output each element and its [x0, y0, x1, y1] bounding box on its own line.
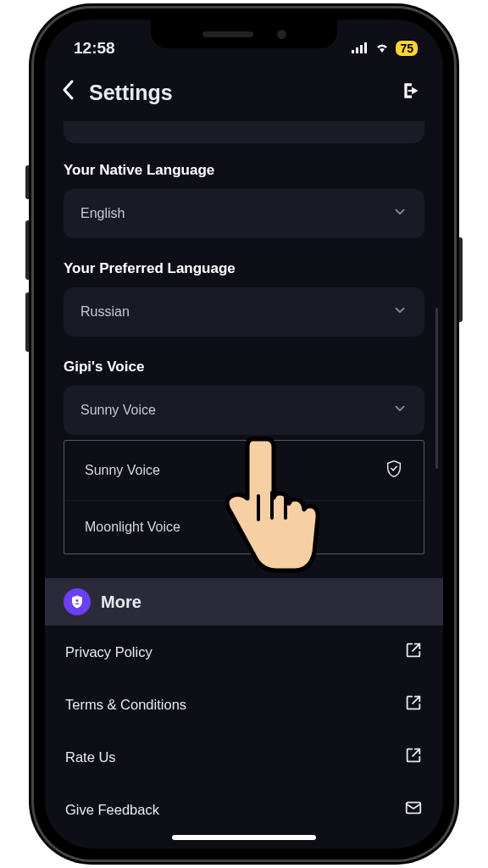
voice-label: Gipi's Voice [64, 359, 424, 376]
external-link-icon [404, 693, 423, 715]
native-language-value: English [80, 206, 125, 221]
svg-rect-2 [360, 45, 363, 53]
battery-indicator: 75 [396, 41, 418, 56]
status-time: 12:58 [74, 39, 115, 58]
chevron-down-icon [392, 204, 408, 223]
external-link-icon [404, 746, 423, 768]
signal-icon [352, 39, 369, 58]
native-language-label: Your Native Language [64, 162, 424, 179]
preferred-language-select[interactable]: Russian [64, 287, 424, 337]
exit-button[interactable] [401, 80, 423, 105]
pointer-hand-overlay [206, 426, 324, 599]
feedback-row[interactable]: Give Feedback [64, 783, 424, 836]
privacy-policy-row[interactable]: Privacy Policy [64, 626, 424, 678]
external-link-icon [404, 641, 423, 663]
chevron-down-icon [392, 401, 408, 420]
shield-icon [64, 588, 91, 615]
phone-frame: 12:58 75 Settings Your Native La [34, 8, 454, 860]
page-title: Settings [89, 81, 385, 105]
chevron-down-icon [392, 303, 408, 321]
rate-us-row[interactable]: Rate Us [64, 731, 424, 783]
voice-option-label: Moonlight Voice [85, 520, 180, 535]
svg-rect-3 [364, 42, 367, 53]
row-label: Terms & Conditions [65, 697, 186, 713]
svg-point-4 [76, 599, 79, 602]
more-label: More [101, 593, 141, 612]
row-label: Rate Us [65, 749, 116, 765]
native-language-select[interactable]: English [64, 189, 424, 238]
row-label: Privacy Policy [65, 644, 152, 660]
preferred-language-value: Russian [80, 304, 130, 320]
voice-value: Sunny Voice [80, 403, 156, 418]
home-indicator[interactable] [172, 835, 316, 840]
preferred-language-label: Your Preferred Language [64, 260, 424, 277]
wifi-icon [374, 39, 391, 58]
terms-row[interactable]: Terms & Conditions [64, 678, 424, 731]
back-button[interactable] [62, 79, 74, 106]
scrollbar[interactable] [435, 308, 438, 469]
mail-icon [404, 798, 423, 821]
previous-field-bottom[interactable] [64, 121, 424, 143]
svg-rect-1 [356, 47, 358, 53]
voice-option-label: Sunny Voice [85, 463, 160, 478]
header-bar: Settings [45, 64, 443, 118]
row-label: Give Feedback [65, 802, 159, 818]
shield-check-icon [385, 459, 403, 481]
notch [151, 19, 337, 48]
screen: 12:58 75 Settings Your Native La [45, 19, 443, 849]
svg-rect-0 [352, 50, 354, 53]
